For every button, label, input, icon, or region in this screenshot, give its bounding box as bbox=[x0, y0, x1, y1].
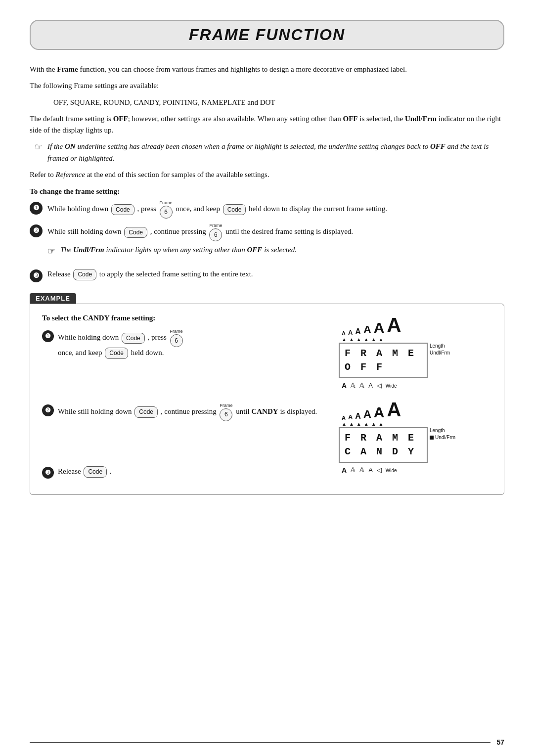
example-label: EXAMPLE bbox=[30, 293, 76, 304]
lcd2-arr-1: ▲ bbox=[342, 421, 347, 427]
lcd2-side-labels: Length Undl/Frm bbox=[430, 427, 455, 441]
step-1: ❶ While holding down Code , press Frame … bbox=[30, 201, 504, 219]
off-bold2: OFF bbox=[343, 115, 358, 123]
example-right: A A A A A A ▲ ▲ ▲ ▲ ▲ ▲ bbox=[339, 314, 492, 485]
lcd1-screen: F R A M E O F F bbox=[339, 343, 428, 378]
lcd2-char-a4: A bbox=[363, 408, 371, 421]
lcd1-arr-1: ▲ bbox=[342, 337, 347, 342]
lcd2-char-a3: A bbox=[355, 412, 361, 421]
frame-super-label-1: Frame bbox=[160, 201, 173, 205]
candy-bold: CANDY bbox=[251, 407, 278, 415]
step-3: ❸ Release Code to apply the selected fra… bbox=[30, 268, 504, 282]
example-step-2: ❷ While still holding down Code , contin… bbox=[42, 403, 324, 421]
frame-bold: Frame bbox=[57, 65, 78, 73]
example-step-content-2: While still holding down Code , continue… bbox=[58, 403, 317, 421]
lcd2-char-a6: A bbox=[387, 399, 401, 421]
lcd1-bot-A2: 𝔸 bbox=[351, 382, 356, 389]
lcd1-char-a1: A bbox=[342, 330, 346, 336]
lcd2-length-label: Length bbox=[430, 427, 445, 434]
note-block-2: ☞ The Undl/Frm indicator lights up when … bbox=[47, 244, 504, 259]
lcd1-side-labels: Length Undl/Frm bbox=[430, 343, 450, 356]
reference-italic: Reference bbox=[55, 171, 85, 178]
lcd1-arr-4: ▲ bbox=[364, 337, 369, 342]
lcd1-char-a3: A bbox=[355, 327, 361, 336]
example-step-content-1: While holding down Code , press Frame 6 … bbox=[58, 329, 184, 359]
lcd2-char-a1: A bbox=[342, 415, 346, 421]
note-block-1: ☞ If the ON underline setting has alread… bbox=[35, 141, 504, 164]
lcd1-undlfrm-label: Undl/Frm bbox=[430, 350, 450, 356]
frame-key-2: Frame 6 bbox=[209, 223, 222, 241]
ex-frame-super-2: Frame bbox=[220, 403, 232, 408]
lcd2-bot-arrow: ◁ bbox=[377, 466, 382, 474]
lcd-display-1: A A A A A A ▲ ▲ ▲ ▲ ▲ ▲ bbox=[339, 314, 492, 390]
lcd2-arr-5: ▲ bbox=[371, 421, 376, 427]
example-step-1: ❶ While holding down Code , press Frame … bbox=[42, 329, 324, 359]
lcd1-arr-5: ▲ bbox=[371, 337, 376, 342]
page-num-line bbox=[30, 742, 490, 743]
lcd2-undlfrm-label: Undl/Frm bbox=[430, 434, 455, 441]
ex-code-key-3: Code bbox=[84, 466, 107, 478]
lcd1-char-a6: A bbox=[387, 314, 401, 336]
step-2: ❷ While still holding down Code , contin… bbox=[30, 223, 504, 264]
frame-circle-1: 6 bbox=[160, 206, 173, 219]
lcd2-line1: F R A M E bbox=[345, 431, 422, 445]
lcd2-char-a5: A bbox=[374, 404, 385, 421]
ex-frame-circle-1: 6 bbox=[170, 334, 183, 347]
intro-para2: The following Frame settings are availab… bbox=[30, 80, 504, 91]
ex-frame-key-1: Frame 6 bbox=[170, 329, 183, 347]
lcd2-char-a2: A bbox=[348, 413, 353, 421]
example-inner: To select the CANDY frame setting: ❶ Whi… bbox=[42, 314, 492, 485]
example-step-num-1: ❶ bbox=[42, 330, 54, 342]
example-step-content-3: Release Code . bbox=[58, 466, 112, 478]
lcd2-bot-A: A bbox=[342, 466, 347, 474]
lcd-display-2: A A A A A A ▲ ▲ ▲ ▲ ▲ ▲ bbox=[339, 399, 492, 474]
step-num-2: ❷ bbox=[30, 224, 43, 237]
lcd2-wide-label: Wide bbox=[386, 468, 397, 473]
example-section: EXAMPLE To select the CANDY frame settin… bbox=[30, 293, 504, 495]
section-heading: To change the frame setting: bbox=[30, 187, 504, 196]
note-text-1: If the ON underline setting has already … bbox=[47, 141, 504, 164]
lcd1-wide-label: Wide bbox=[386, 383, 397, 389]
lcd1-line2: O F F bbox=[345, 360, 422, 374]
lcd2-line2: C A N D Y bbox=[345, 445, 422, 459]
example-left: To select the CANDY frame setting: ❶ Whi… bbox=[42, 314, 324, 485]
lcd2-arr-6: ▲ bbox=[379, 421, 384, 427]
lcd1-bot-arrow: ◁ bbox=[377, 382, 382, 389]
page-number-bar: 57 bbox=[0, 738, 534, 746]
ex-frame-super-1: Frame bbox=[170, 329, 183, 334]
lcd2-bot-A2: 𝔸 bbox=[351, 466, 356, 474]
lcd1-arr-6: ▲ bbox=[379, 337, 384, 342]
note-text-2: The Undl/Frm indicator lights up when an… bbox=[60, 244, 504, 256]
step-content-1: While holding down Code , press Frame 6 … bbox=[47, 201, 504, 219]
step-content-3: Release Code to apply the selected frame… bbox=[47, 268, 504, 280]
page-number: 57 bbox=[496, 738, 504, 746]
lcd2-bottom: A 𝔸 𝔸 A ◁ Wide bbox=[339, 466, 492, 474]
frame-key-1: Frame 6 bbox=[160, 201, 173, 219]
lcd2-arr-3: ▲ bbox=[356, 421, 361, 427]
lcd1-screen-row: F R A M E O F F Length Undl/Frm bbox=[339, 343, 492, 380]
lcd1-char-a4: A bbox=[363, 323, 371, 336]
page-title: FRAME FUNCTION bbox=[189, 26, 345, 44]
lcd1-bottom: A 𝔸 𝔸 A ◁ Wide bbox=[339, 382, 492, 390]
intro-para1: With the Frame function, you can choose … bbox=[30, 64, 504, 75]
lcd1-line1: F R A M E bbox=[345, 347, 422, 360]
ex-code-key-2: Code bbox=[134, 406, 158, 418]
page-title-box: FRAME FUNCTION bbox=[30, 20, 504, 50]
undlfrm-bold2: Undl/Frm bbox=[73, 246, 104, 254]
example-step-3: ❸ Release Code . bbox=[42, 466, 324, 479]
lcd1-length-label: Length bbox=[430, 343, 445, 350]
intro-para3: The default frame setting is OFF; howeve… bbox=[30, 113, 504, 136]
off-bold3: OFF bbox=[430, 142, 445, 150]
lcd1-arr-2: ▲ bbox=[349, 337, 354, 342]
lcd2-indicator bbox=[430, 436, 434, 440]
note-icon-2: ☞ bbox=[47, 245, 55, 259]
ex-frame-circle-2: 6 bbox=[220, 408, 232, 421]
on-bold: ON bbox=[65, 142, 76, 150]
lcd1-char-a2: A bbox=[348, 329, 353, 336]
lcd1-bot-A3: 𝔸 bbox=[359, 382, 364, 389]
ex-frame-key-2: Frame 6 bbox=[220, 403, 232, 421]
lcd2-arr-4: ▲ bbox=[364, 421, 369, 427]
lcd2-screen-row: F R A M E C A N D Y Length Undl/Frm bbox=[339, 427, 492, 465]
example-step-num-3: ❸ bbox=[42, 467, 54, 479]
off-bold4: OFF bbox=[247, 246, 263, 254]
